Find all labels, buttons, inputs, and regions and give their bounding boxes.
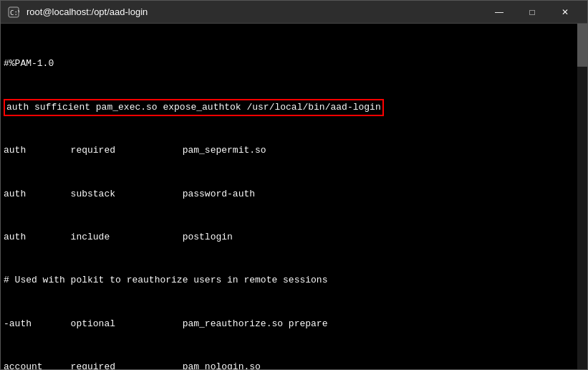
line4: auth substack password-auth [4,187,584,201]
close-button[interactable]: ✕ [549,1,582,24]
highlighted-command: auth sufficient pam_exec.so expose_autht… [4,99,384,116]
svg-text:C:\: C:\ [10,9,19,16]
line2: auth sufficient pam_exec.so expose_autht… [4,100,584,115]
window-icon: C:\ [6,5,21,19]
terminal-content: #%PAM-1.0 auth sufficient pam_exec.so ex… [4,28,584,369]
scrollbar-thumb[interactable] [577,24,587,67]
terminal-window: C:\ root@localhost:/opt/aad-login — □ ✕ … [0,0,588,370]
line1: #%PAM-1.0 [4,57,584,71]
terminal-body[interactable]: #%PAM-1.0 auth sufficient pam_exec.so ex… [1,24,587,369]
minimize-button[interactable]: — [483,1,516,24]
line8: account required pam_nologin.so [4,360,584,369]
line3: auth required pam_sepermit.so [4,143,584,158]
line7: -auth optional pam_reauthorize.so prepar… [4,317,584,331]
scrollbar[interactable] [577,24,587,369]
title-bar: C:\ root@localhost:/opt/aad-login — □ ✕ [1,1,587,24]
maximize-button[interactable]: □ [516,1,549,24]
line6: # Used with polkit to reauthorize users … [4,273,584,288]
line5: auth include postlogin [4,230,584,245]
title-bar-controls: — □ ✕ [483,1,582,24]
title-bar-text: root@localhost:/opt/aad-login [26,6,483,17]
